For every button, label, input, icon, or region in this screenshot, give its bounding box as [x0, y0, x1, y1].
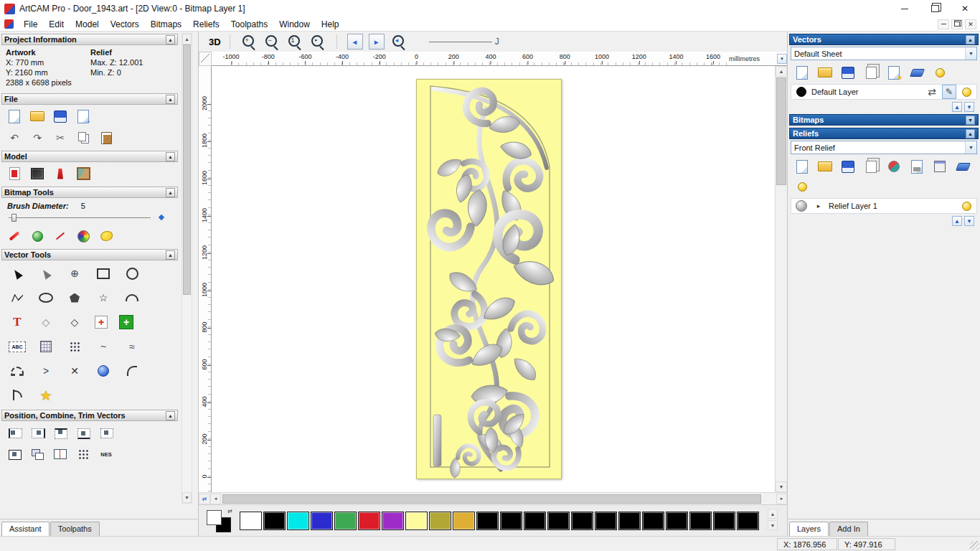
create-rectangle-icon[interactable] [95, 265, 112, 282]
paste-weld-icon[interactable]: + [119, 315, 133, 329]
fit-curve-icon[interactable]: ~ [95, 338, 112, 355]
load-bitmap-icon[interactable] [75, 165, 92, 182]
align-left-icon[interactable] [6, 424, 23, 441]
relief-layer-row[interactable]: ▸ Relief Layer 1 [791, 198, 977, 214]
merge-layers-icon[interactable]: ⇄ [925, 85, 939, 99]
scroll-up-icon[interactable]: ▲ [182, 34, 192, 44]
canvas-v-scrollbar[interactable]: ▲ ▼ [775, 66, 787, 492]
extrude-icon[interactable] [95, 362, 112, 380]
zoom-out-icon[interactable]: − [263, 33, 281, 50]
assistant-scrollbar[interactable]: ▲ ▼ [182, 33, 192, 504]
create-star-icon[interactable]: ☆ [95, 289, 112, 306]
set-model-size-icon[interactable] [52, 165, 69, 182]
mdi-minimize-button[interactable] [938, 19, 949, 29]
scroll-right-icon[interactable]: ▸ [776, 494, 787, 504]
palette-swatch[interactable] [689, 512, 712, 530]
align-bottom-icon[interactable] [75, 424, 92, 441]
slice-vectors-icon[interactable] [52, 446, 69, 463]
delete-relief-layer-icon[interactable] [954, 158, 971, 175]
chevron-down-icon[interactable] [965, 141, 976, 154]
menu-item[interactable]: Reliefs [187, 18, 225, 31]
model-section-header[interactable]: Model [1, 151, 178, 162]
cut-icon[interactable]: ✂ [52, 129, 69, 146]
palette-swatch[interactable] [453, 512, 475, 530]
nesting-tool-icon[interactable]: NES [98, 446, 115, 463]
scrollbar-track[interactable] [182, 44, 192, 492]
menu-item[interactable]: File [18, 18, 43, 31]
scroll-up-icon[interactable]: ▲ [776, 66, 787, 77]
sheet-stack-icon[interactable] [862, 64, 880, 81]
layer-visibility-icon[interactable] [959, 85, 974, 99]
relief-select[interactable]: Front Relief [791, 141, 977, 154]
primary-secondary-colour-indicator[interactable] [207, 509, 232, 533]
show-all-layers-icon[interactable] [793, 178, 811, 195]
save-model-icon[interactable] [52, 108, 69, 125]
mdi-close-button[interactable] [965, 19, 976, 29]
menu-item[interactable]: Help [316, 18, 345, 31]
scrollbar-track[interactable] [776, 77, 787, 481]
text-block-icon[interactable]: ABC [9, 342, 26, 352]
zoom-fit-icon[interactable]: ▪ [309, 33, 326, 50]
palette-down-icon[interactable]: ▼ [768, 520, 778, 530]
resize-grip[interactable] [970, 541, 979, 550]
paint-selective-icon[interactable] [29, 227, 46, 245]
open-relief-layer-icon[interactable] [816, 158, 834, 175]
nesting-icon[interactable] [66, 338, 83, 355]
pan-button[interactable]: ⇄ [199, 494, 210, 504]
palette-swatch[interactable] [524, 512, 546, 530]
palette-swatch[interactable] [429, 512, 451, 530]
chevron-down-icon[interactable] [965, 47, 976, 60]
palette-swatch[interactable] [500, 512, 522, 530]
create-polyline-icon[interactable] [9, 289, 26, 306]
new-vector-layer-icon[interactable] [793, 64, 811, 81]
palette-up-icon[interactable]: ▲ [768, 509, 778, 519]
save-vector-layer-icon[interactable] [839, 64, 857, 81]
open-vector-layer-icon[interactable] [816, 64, 834, 81]
align-top-icon[interactable] [52, 424, 69, 441]
page-snapshot-icon[interactable] [885, 64, 903, 81]
panel-tab[interactable]: Toolpaths [50, 522, 100, 536]
palette-swatch[interactable] [311, 512, 333, 530]
create-diamond-icon[interactable]: ◇ [66, 314, 83, 331]
adjust-model-icon[interactable] [6, 165, 23, 182]
vector-layer-row[interactable]: Default Layer ⇄✎ [791, 84, 977, 100]
section-profile-icon[interactable] [9, 387, 26, 404]
move-layer-up-icon[interactable]: ▲ [952, 216, 962, 226]
create-text-icon[interactable]: T [9, 314, 26, 331]
palette-swatch[interactable] [571, 512, 593, 530]
palette-swatch[interactable] [382, 512, 404, 530]
vectors-section-header[interactable]: Vectors [789, 34, 979, 45]
paste-icon[interactable] [98, 129, 115, 146]
sheet-select[interactable]: Default Sheet [791, 47, 977, 60]
brush-diameter-slider[interactable] [9, 212, 171, 224]
copy-icon[interactable] [75, 129, 92, 146]
bitmaps-section-header[interactable]: Bitmaps [789, 114, 979, 126]
collapse-down-icon[interactable] [966, 116, 975, 125]
collapse-up-icon[interactable] [166, 188, 175, 197]
zoom-in-icon[interactable]: + [240, 33, 258, 50]
collapse-up-icon[interactable] [166, 250, 175, 260]
vector-doctor-icon[interactable]: + [95, 316, 108, 329]
greyscale-preview-icon[interactable] [908, 158, 925, 175]
close-button[interactable] [950, 0, 980, 17]
palette-swatch[interactable] [547, 512, 570, 530]
create-ellipse-icon[interactable] [37, 289, 55, 306]
scrollbar-thumb[interactable] [222, 494, 761, 504]
centre-in-page-icon[interactable] [6, 446, 23, 463]
palette-swatch[interactable] [334, 512, 357, 530]
trim-vectors-icon[interactable]: ✕ [66, 362, 83, 380]
align-centre-icon[interactable] [98, 424, 115, 441]
create-arc-icon[interactable] [123, 289, 141, 306]
new-relief-layer-icon[interactable] [793, 158, 811, 175]
menu-item[interactable]: Model [70, 18, 105, 31]
edit-layer-icon[interactable]: ✎ [942, 85, 956, 99]
collapse-up-icon[interactable] [166, 95, 175, 104]
colour-palette-icon[interactable] [75, 227, 92, 245]
transform-vectors-icon[interactable]: ⊕ [66, 265, 83, 282]
shape-editor-icon[interactable] [885, 158, 903, 175]
paint-icon[interactable] [6, 227, 23, 245]
menu-item[interactable]: Bitmaps [145, 18, 187, 31]
select-vectors-icon[interactable] [9, 265, 26, 282]
menu-item[interactable]: Window [273, 18, 316, 31]
sheet-stack-icon[interactable] [862, 158, 880, 175]
